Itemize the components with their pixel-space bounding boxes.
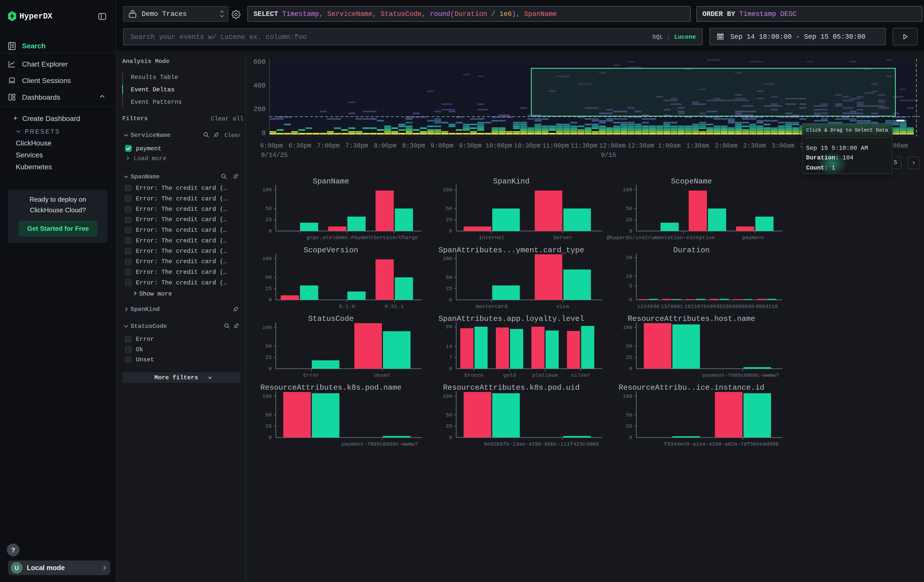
svg-text:6:00pm: 6:00pm	[260, 142, 283, 150]
svg-text:f5344ec9-a1ea-4290-a62a-78f5be: f5344ec9-a1ea-4290-a62a-78f5bee8d90b	[664, 441, 779, 447]
svg-text:50: 50	[626, 206, 632, 211]
svg-text:10:00pm: 10:00pm	[485, 142, 512, 150]
svg-text:100: 100	[262, 394, 272, 399]
svg-text:25: 25	[266, 423, 272, 429]
svg-text:50: 50	[446, 206, 452, 211]
svg-text:5: 5	[629, 283, 632, 289]
svg-text:25: 25	[446, 217, 452, 223]
svg-text:1:00am: 1:00am	[658, 142, 681, 150]
svg-text:50: 50	[266, 343, 272, 349]
svg-text:50: 50	[266, 412, 272, 418]
svg-text:visa: visa	[556, 303, 569, 310]
svg-text:platinum: platinum	[532, 373, 558, 378]
svg-text:payment-7985c8969c-mwmw7: payment-7985c8969c-mwmw7	[342, 441, 418, 447]
svg-text:9983218: 9983218	[756, 303, 778, 310]
svg-text:25: 25	[626, 217, 632, 223]
svg-text:3:00am: 3:00am	[771, 142, 794, 150]
svg-text:4090920: 4090920	[732, 303, 754, 310]
svg-text:gold: gold	[503, 373, 516, 378]
svg-text:50: 50	[626, 343, 632, 349]
svg-text:25: 25	[626, 423, 632, 429]
svg-text:9:30pm: 9:30pm	[459, 142, 482, 150]
svg-text:25: 25	[446, 286, 452, 292]
svg-text:100: 100	[623, 325, 632, 330]
svg-text:25: 25	[446, 423, 452, 429]
svg-text:0: 0	[449, 366, 452, 372]
svg-text:14: 14	[446, 344, 452, 350]
svg-text:0: 0	[262, 130, 266, 137]
svg-text:50: 50	[446, 412, 452, 418]
svg-text:0: 0	[269, 297, 272, 303]
svg-text:0: 0	[629, 297, 632, 303]
svg-text:ResourceAttributes.k8s.pod.uid: ResourceAttributes.k8s.pod.uid	[443, 383, 580, 392]
svg-text:12:30am: 12:30am	[627, 142, 654, 150]
svg-text:0.51.1: 0.51.1	[384, 303, 404, 310]
svg-text:25: 25	[266, 354, 272, 360]
svg-text:7:00pm: 7:00pm	[317, 142, 340, 150]
svg-text:12:00am: 12:00am	[599, 142, 626, 150]
svg-text:11:30pm: 11:30pm	[571, 142, 597, 150]
svg-text:6:30pm: 6:30pm	[289, 142, 311, 150]
svg-text:ScopeVersion: ScopeVersion	[304, 246, 358, 255]
svg-text:SpanAttributes...yment.card_ty: SpanAttributes...yment.card_type	[439, 246, 584, 255]
svg-text:SpanName: SpanName	[313, 177, 349, 186]
svg-text:100: 100	[262, 187, 272, 193]
svg-text:600: 600	[253, 58, 266, 66]
svg-text:7:30pm: 7:30pm	[345, 142, 368, 150]
svg-text:100: 100	[442, 256, 452, 262]
svg-text:1621070: 1621070	[685, 303, 707, 310]
svg-text:mastercard: mastercard	[476, 303, 508, 310]
svg-text:StatusCode: StatusCode	[308, 315, 354, 323]
svg-text:SpanKind: SpanKind	[493, 177, 530, 186]
svg-text:Unset: Unset	[374, 373, 390, 378]
svg-text:25: 25	[266, 286, 272, 292]
svg-text:ResourceAttributes.host.name: ResourceAttributes.host.name	[628, 315, 755, 323]
svg-text:0.1.0: 0.1.0	[339, 303, 355, 310]
svg-text:grpc.oteldemo.PaymentService/C: grpc.oteldemo.PaymentService/Charge	[306, 235, 418, 241]
svg-text:0: 0	[449, 297, 452, 303]
svg-text:Duration: Duration	[673, 246, 710, 255]
svg-text:100: 100	[262, 256, 272, 262]
svg-text:2:00am: 2:00am	[715, 142, 738, 150]
svg-text:7: 7	[449, 354, 452, 360]
svg-text:0: 0	[629, 435, 632, 440]
svg-text:9:00pm: 9:00pm	[431, 142, 454, 150]
svg-text:payment-7985c8969c-mwmw7: payment-7985c8969c-mwmw7	[702, 373, 779, 378]
svg-text:50: 50	[626, 412, 632, 418]
svg-text:0: 0	[269, 228, 272, 234]
svg-text:19935295: 19935295	[707, 303, 732, 310]
svg-text:0: 0	[629, 366, 632, 372]
svg-text:ResourceAttributes.k8s.pod.nam: ResourceAttributes.k8s.pod.name	[260, 383, 401, 392]
svg-text:20: 20	[626, 255, 632, 260]
svg-text:@hyperdx/instrumentation-excep: @hyperdx/instrumentation-exception	[607, 235, 715, 241]
svg-text:11:00pm: 11:00pm	[542, 142, 569, 150]
svg-text:100: 100	[262, 325, 272, 330]
svg-text:0: 0	[449, 435, 452, 440]
svg-text:100: 100	[623, 394, 632, 399]
svg-text:8:30pm: 8:30pm	[402, 142, 425, 150]
svg-text:2:30am: 2:30am	[743, 142, 766, 150]
svg-text:payment: payment	[742, 235, 764, 241]
svg-text:10:30pm: 10:30pm	[514, 142, 540, 150]
svg-text:50: 50	[446, 275, 452, 280]
svg-text:50: 50	[266, 206, 272, 211]
svg-text:400: 400	[253, 82, 266, 89]
svg-text:1124538: 1124538	[637, 303, 659, 310]
svg-text:bronze: bronze	[464, 373, 483, 378]
svg-text:200: 200	[253, 106, 266, 113]
svg-text:8:00pm: 8:00pm	[374, 142, 396, 150]
svg-text:Internal: Internal	[479, 235, 505, 241]
svg-text:100: 100	[442, 187, 452, 193]
svg-text:9/15: 9/15	[601, 152, 616, 159]
svg-text:5e02b5fb-13ae-4296-bbbc-111f42: 5e02b5fb-13ae-4296-bbbc-111f423c460d	[484, 441, 599, 447]
svg-text:0: 0	[629, 228, 632, 234]
svg-text:ScopeName: ScopeName	[671, 177, 712, 186]
svg-text:9/14/25: 9/14/25	[261, 152, 288, 159]
svg-text:1:30am: 1:30am	[686, 142, 709, 150]
svg-text:Server: Server	[553, 235, 572, 241]
svg-text:10: 10	[626, 274, 632, 279]
svg-text:0: 0	[269, 366, 272, 372]
svg-text:silver: silver	[571, 373, 590, 378]
svg-text:100: 100	[442, 394, 452, 399]
svg-text:SpanAttributes.app.loyalty.lev: SpanAttributes.app.loyalty.level	[439, 315, 584, 323]
